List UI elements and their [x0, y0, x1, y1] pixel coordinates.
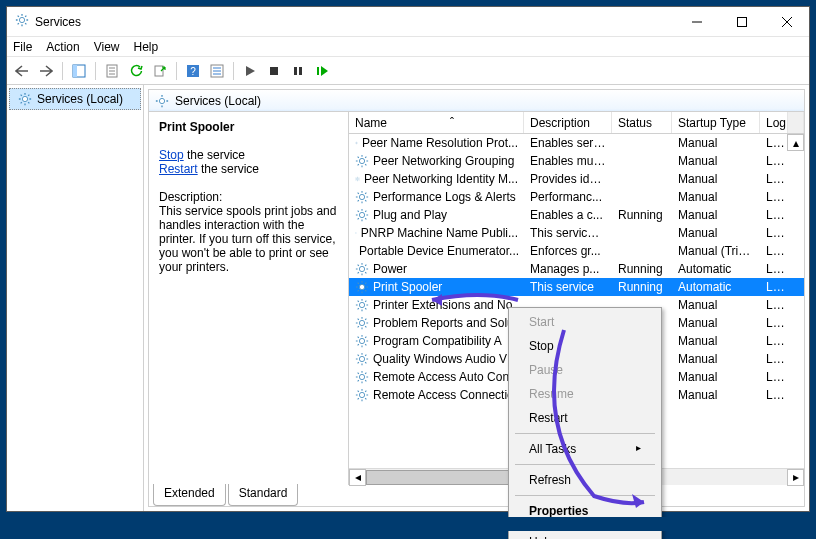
service-name: Portable Device Enumerator...: [359, 244, 519, 258]
service-row[interactable]: Peer Networking Identity M...Provides id…: [349, 170, 804, 188]
scroll-left-icon[interactable]: ◂: [349, 469, 366, 486]
service-row[interactable]: Performance Logs & AlertsPerformanc...Ma…: [349, 188, 804, 206]
col-logon[interactable]: Log: [760, 112, 788, 133]
scroll-right-icon[interactable]: ▸: [787, 469, 804, 486]
menu-view[interactable]: View: [94, 40, 120, 54]
svg-point-24: [356, 142, 357, 143]
service-desc: Enables a c...: [524, 208, 612, 222]
description-heading: Description:: [159, 190, 338, 204]
services-window: Services File Action View Help ?: [6, 6, 810, 512]
tree-root-label: Services (Local): [37, 92, 123, 106]
service-startup: Manual: [672, 298, 760, 312]
toolbar-separator: [176, 62, 177, 80]
toolbar-separator: [62, 62, 63, 80]
service-startup: Manual: [672, 334, 760, 348]
menu-action[interactable]: Action: [46, 40, 79, 54]
ctx-stop[interactable]: Stop: [511, 334, 659, 358]
service-row[interactable]: Peer Name Resolution Prot...Enables serv…: [349, 134, 804, 152]
restart-service-icon[interactable]: [311, 60, 333, 82]
export-icon[interactable]: [149, 60, 171, 82]
menu-file[interactable]: File: [13, 40, 32, 54]
back-icon[interactable]: [11, 60, 33, 82]
context-menu: Start Stop Pause Resume Restart All Task…: [508, 307, 662, 539]
service-name: Print Spooler: [373, 280, 442, 294]
service-startup: Manual: [672, 208, 760, 222]
service-row[interactable]: PowerManages p...RunningAutomaticLoc: [349, 260, 804, 278]
service-startup: Manual: [672, 226, 760, 240]
service-logon: Loc: [760, 352, 788, 366]
refresh-icon[interactable]: [125, 60, 147, 82]
service-desc: Enforces gr...: [524, 244, 612, 258]
service-name: Printer Extensions and No: [373, 298, 512, 312]
properties-icon[interactable]: [101, 60, 123, 82]
menu-help[interactable]: Help: [134, 40, 159, 54]
service-row[interactable]: Peer Networking GroupingEnables mul...Ma…: [349, 152, 804, 170]
titlebar: Services: [7, 7, 809, 37]
svg-point-36: [359, 356, 364, 361]
stop-service-link[interactable]: Stop: [159, 148, 184, 162]
col-status[interactable]: Status: [612, 112, 672, 133]
stop-service-icon[interactable]: [263, 60, 285, 82]
ctx-refresh[interactable]: Refresh: [511, 468, 659, 492]
ctx-all-tasks[interactable]: All Tasks: [511, 437, 659, 461]
help-icon[interactable]: ?: [182, 60, 204, 82]
service-logon: Loc: [760, 280, 788, 294]
selected-service-name: Print Spooler: [159, 120, 338, 134]
tree-root-item[interactable]: Services (Local): [9, 88, 141, 110]
service-startup: Manual: [672, 190, 760, 204]
toolbar: ?: [7, 57, 809, 85]
service-startup: Manual: [672, 352, 760, 366]
col-description[interactable]: Description: [524, 112, 612, 133]
close-button[interactable]: [764, 7, 809, 36]
service-logon: Loc: [760, 208, 788, 222]
svg-point-34: [359, 320, 364, 325]
svg-point-25: [359, 158, 364, 163]
service-gear-icon: [355, 280, 369, 294]
description-pane: Print Spooler Stop the service Restart t…: [149, 112, 349, 485]
window-title: Services: [35, 15, 674, 29]
tab-standard[interactable]: Standard: [228, 484, 299, 506]
minimize-button[interactable]: [674, 7, 719, 36]
service-gear-icon: [355, 190, 369, 204]
tab-extended[interactable]: Extended: [153, 484, 226, 506]
ctx-pause: Pause: [511, 358, 659, 382]
pause-service-icon[interactable]: [287, 60, 309, 82]
service-name: Peer Networking Grouping: [373, 154, 514, 168]
service-row[interactable]: Print SpoolerThis serviceRunningAutomati…: [349, 278, 804, 296]
svg-point-27: [359, 194, 364, 199]
toolbar-separator: [95, 62, 96, 80]
service-startup: Automatic: [672, 280, 760, 294]
start-service-icon[interactable]: [239, 60, 261, 82]
col-startup-type[interactable]: Startup Type: [672, 112, 760, 133]
list-header-title: Services (Local): [149, 90, 804, 112]
toolbar-separator: [233, 62, 234, 80]
ctx-restart[interactable]: Restart: [511, 406, 659, 430]
service-desc: This service: [524, 280, 612, 294]
restart-service-link[interactable]: Restart: [159, 162, 198, 176]
svg-point-33: [359, 302, 364, 307]
service-startup: Manual: [672, 172, 760, 186]
action-restart-line: Restart the service: [159, 162, 338, 176]
col-name[interactable]: Nameˆ: [349, 112, 524, 133]
service-row[interactable]: Plug and PlayEnables a c...RunningManual…: [349, 206, 804, 224]
gear-icon: [155, 94, 169, 108]
filter-icon[interactable]: [206, 60, 228, 82]
column-headers: Nameˆ Description Status Startup Type Lo…: [349, 112, 804, 134]
action-stop-line: Stop the service: [159, 148, 338, 162]
service-gear-icon: [355, 262, 369, 276]
svg-point-32: [359, 284, 364, 289]
service-gear-icon: [355, 172, 360, 186]
svg-rect-20: [299, 67, 302, 75]
scroll-up-icon[interactable]: ▴: [787, 134, 804, 151]
service-status: Running: [612, 208, 672, 222]
forward-icon[interactable]: [35, 60, 57, 82]
service-logon: Loc: [760, 370, 788, 384]
show-hide-tree-icon[interactable]: [68, 60, 90, 82]
maximize-button[interactable]: [719, 7, 764, 36]
service-name: PNRP Machine Name Publi...: [361, 226, 518, 240]
service-logon: Loc: [760, 262, 788, 276]
service-row[interactable]: PNRP Machine Name Publi...This service .…: [349, 224, 804, 242]
ctx-help[interactable]: Help: [511, 530, 659, 539]
service-row[interactable]: Portable Device Enumerator...Enforces gr…: [349, 242, 804, 260]
ctx-separator: [515, 495, 655, 496]
